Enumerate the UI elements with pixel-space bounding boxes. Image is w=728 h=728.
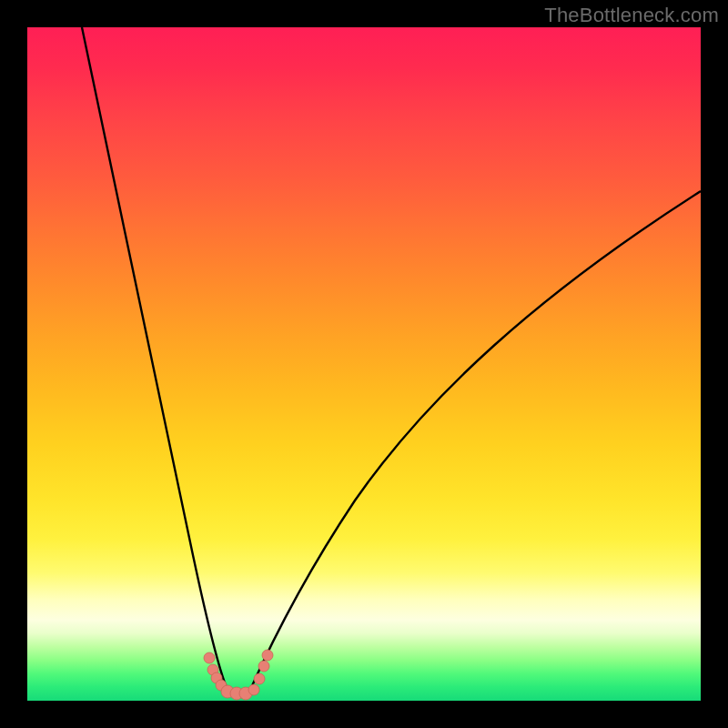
valley-dot <box>258 661 269 672</box>
valley-dot <box>262 650 273 661</box>
curve-right-branch <box>250 191 701 690</box>
curve-left-branch <box>82 27 228 690</box>
valley-dot <box>248 684 259 695</box>
valley-dot <box>254 673 265 684</box>
valley-dot <box>204 652 215 663</box>
curve-layer <box>27 27 701 701</box>
valley-dots <box>204 650 273 700</box>
chart-frame <box>27 27 701 701</box>
watermark-text: TheBottleneck.com <box>544 4 719 27</box>
